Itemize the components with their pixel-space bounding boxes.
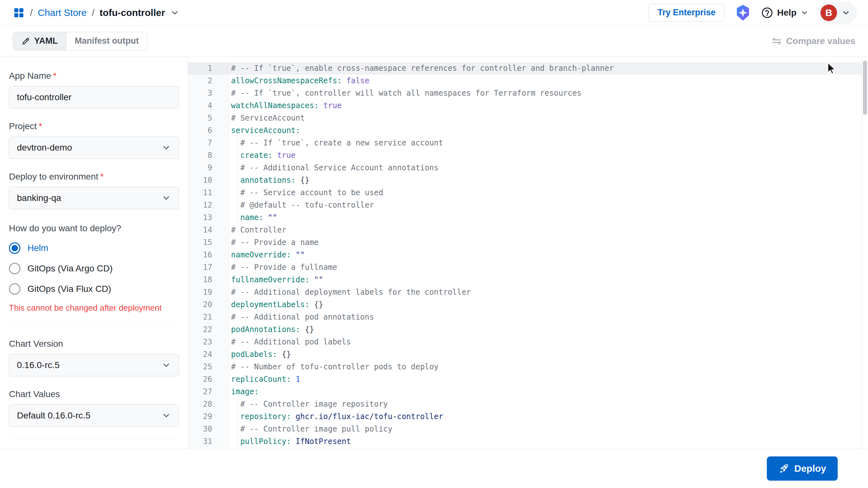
header-actions: Try Enterprise Help B <box>648 2 857 23</box>
environment-select[interactable]: banking-qa <box>9 187 179 209</box>
breadcrumb-separator: / <box>92 7 94 18</box>
code-line[interactable]: 6serviceAccount: <box>188 124 862 137</box>
tab-manifest-output[interactable]: Manifest output <box>66 32 147 50</box>
deploy-method-warning: This cannot be changed after deployment <box>9 303 179 313</box>
line-number: 30 <box>188 423 229 435</box>
code-text: # -- If `true`, create a new service acc… <box>229 137 862 149</box>
breadcrumb-separator: / <box>30 7 33 18</box>
code-line[interactable]: 5# ServiceAccount <box>188 112 862 124</box>
code-line[interactable]: 11 # -- Service account to be used <box>188 187 862 199</box>
required-mark: * <box>100 172 104 182</box>
code-line[interactable]: 3# -- If `true`, controller will watch a… <box>188 87 862 99</box>
app-name-input[interactable] <box>17 92 171 102</box>
app-window: / Chart Store / tofu-controller Try Ente… <box>0 0 868 488</box>
line-number: 5 <box>188 112 229 124</box>
code-text: # -- Service account to be used <box>229 187 862 199</box>
chart-version-select[interactable]: 0.16.0-rc.5 <box>9 354 179 377</box>
code-line[interactable]: 9 # -- Additional Service Account annota… <box>188 162 862 174</box>
code-line[interactable]: 4watchAllNamespaces: true <box>188 99 862 112</box>
breadcrumb: / Chart Store / tofu-controller <box>13 7 180 19</box>
line-number: 20 <box>188 298 229 311</box>
code-line[interactable]: 17# -- Provide a fullname <box>188 261 862 274</box>
compare-values-label: Compare values <box>786 36 855 46</box>
line-number: 13 <box>188 212 229 224</box>
environment-field: Deploy to environment* banking-qa <box>9 172 179 209</box>
code-line[interactable]: 24podLabels: {} <box>188 348 862 361</box>
code-line[interactable]: 23# -- Additional pod labels <box>188 336 862 348</box>
line-number: 24 <box>188 348 229 361</box>
chart-values-value: Default 0.16.0-rc.5 <box>17 411 90 421</box>
code-line[interactable]: 28 # -- Controller image repository <box>188 398 862 411</box>
code-line[interactable]: 16nameOverride: "" <box>188 249 862 261</box>
code-text: # -- Additional deployment labels for th… <box>229 286 862 298</box>
indent-guide <box>238 187 238 199</box>
compare-values-button[interactable]: Compare values <box>772 36 855 46</box>
code-line[interactable]: 20deploymentLabels: {} <box>188 298 862 311</box>
radio-option-helm[interactable]: Helm <box>9 242 179 254</box>
line-number: 17 <box>188 261 229 274</box>
code-line[interactable]: 29 repository: ghcr.io/flux-iac/tofu-con… <box>188 411 862 423</box>
required-mark: * <box>39 121 42 131</box>
code-line[interactable]: 10 annotations: {} <box>188 174 862 187</box>
environment-label: Deploy to environment <box>9 172 98 182</box>
radio-icon <box>9 242 21 254</box>
code-line[interactable]: 19# -- Additional deployment labels for … <box>188 286 862 298</box>
breadcrumb-chart-store-link[interactable]: Chart Store <box>38 7 87 18</box>
code-line[interactable]: 1# -- If `true`, enable cross-namespace … <box>188 62 862 75</box>
line-number: 9 <box>188 162 229 174</box>
help-label: Help <box>777 8 797 18</box>
radio-option-gitops-flux[interactable]: GitOps (Via Flux CD) <box>9 283 179 295</box>
try-enterprise-button[interactable]: Try Enterprise <box>648 4 725 22</box>
code-line[interactable]: 15# -- Provide a name <box>188 236 862 249</box>
line-number: 3 <box>188 87 229 99</box>
deploy-button-label: Deploy <box>794 463 826 474</box>
divider <box>9 440 179 440</box>
code-line[interactable]: 8 create: true <box>188 149 862 162</box>
chevron-down-icon <box>841 8 850 17</box>
code-line[interactable]: 21# -- Additional pod annotations <box>188 311 862 323</box>
deploy-button[interactable]: Deploy <box>767 456 838 481</box>
indent-guide <box>238 423 238 435</box>
code-line[interactable]: 18fullnameOverride: "" <box>188 274 862 286</box>
yaml-code-editor[interactable]: 1# -- If `true`, enable cross-namespace … <box>188 57 862 449</box>
code-text: # @default -- tofu-controller <box>229 199 862 212</box>
radio-option-gitops-argo[interactable]: GitOps (Via Argo CD) <box>9 263 179 274</box>
indent-guide <box>238 149 238 162</box>
scrollbar-thumb[interactable] <box>863 61 867 115</box>
ai-sparkle-icon[interactable] <box>734 4 751 21</box>
line-number: 21 <box>188 311 229 323</box>
line-number: 23 <box>188 336 229 348</box>
apps-grid-icon[interactable] <box>13 7 25 19</box>
chart-values-select[interactable]: Default 0.16.0-rc.5 <box>9 404 179 427</box>
project-label: Project <box>9 121 37 131</box>
code-text: pullPolicy: IfNotPresent <box>229 435 862 448</box>
code-line[interactable]: 25# -- Number of tofu-controller pods to… <box>188 361 862 373</box>
code-line[interactable]: 13 name: "" <box>188 212 862 224</box>
code-text: podAnnotations: {} <box>229 323 862 336</box>
chevron-down-icon[interactable] <box>170 8 180 18</box>
code-line[interactable]: 26replicaCount: 1 <box>188 373 862 386</box>
code-line[interactable]: 30 # -- Controller image pull policy <box>188 423 862 435</box>
code-line[interactable]: 12 # @default -- tofu-controller <box>188 199 862 212</box>
code-line[interactable]: 7 # -- If `true`, create a new service a… <box>188 137 862 149</box>
help-menu[interactable]: Help <box>761 7 809 19</box>
code-text: name: "" <box>229 212 862 224</box>
code-line[interactable]: 2allowCrossNamespaceRefs: false <box>188 75 862 87</box>
line-number: 28 <box>188 398 229 411</box>
tab-yaml-label: YAML <box>34 36 58 46</box>
code-line[interactable]: 22podAnnotations: {} <box>188 323 862 336</box>
code-line[interactable]: 14# Controller <box>188 224 862 236</box>
editor-lines: 1# -- If `true`, enable cross-namespace … <box>188 62 862 448</box>
code-line[interactable]: 27image: <box>188 386 862 398</box>
line-number: 11 <box>188 187 229 199</box>
indent-guide <box>238 212 238 224</box>
page-scrollbar <box>862 57 868 449</box>
code-text: # -- Number of tofu-controller pods to d… <box>229 361 862 373</box>
user-menu[interactable]: B <box>818 2 857 23</box>
swap-arrows-icon <box>772 36 782 46</box>
code-line[interactable]: 31 pullPolicy: IfNotPresent <box>188 435 862 448</box>
tab-yaml[interactable]: YAML <box>13 32 66 50</box>
deployment-config-sidebar: App Name* Project* devtron-demo Deploy t… <box>0 57 188 449</box>
radio-icon <box>9 283 21 295</box>
project-select[interactable]: devtron-demo <box>9 136 179 159</box>
